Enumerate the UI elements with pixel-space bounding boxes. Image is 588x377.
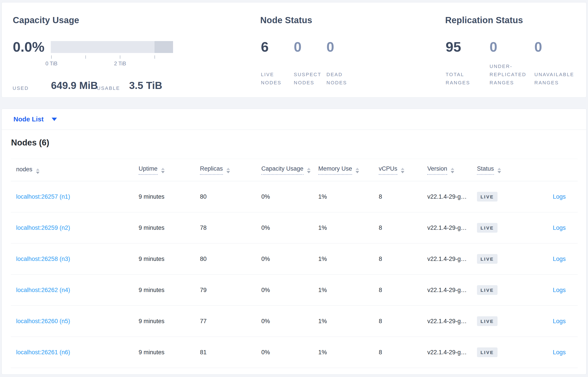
live-nodes-stat: 6 LIVE NODES <box>261 2 292 97</box>
column-header-replicas[interactable]: Replicas <box>200 159 261 181</box>
sort-icon[interactable] <box>497 168 501 173</box>
table-row: localhost:26259 (n2) 9 minutes 78 0% 1% … <box>11 212 578 244</box>
version-cell: v22.1.4-29-g… <box>427 244 477 275</box>
version-cell: v22.1.4-29-g… <box>427 337 477 368</box>
nodes-table: nodes Uptime Replicas Capacity Usage Mem… <box>11 159 578 368</box>
uptime-cell: 9 minutes <box>139 212 200 244</box>
status-badge: LIVE <box>477 316 497 326</box>
replicas-cell: 80 <box>200 181 261 212</box>
uptime-cell: 9 minutes <box>139 337 200 368</box>
unavailable-ranges-stat: 0 UNAVAILABLE RANGES <box>534 2 587 97</box>
dead-nodes-label: DEAD NODES <box>327 71 347 87</box>
memory-cell: 1% <box>318 212 379 244</box>
axis-tick-label: 0 TiB <box>46 60 58 67</box>
logs-link[interactable]: Logs <box>553 224 566 231</box>
replicas-cell: 80 <box>200 244 261 275</box>
sort-icon[interactable] <box>36 168 39 174</box>
replicas-cell: 77 <box>200 306 261 337</box>
node-link[interactable]: localhost:26262 (n4) <box>16 287 70 293</box>
vcpus-cell: 8 <box>379 181 427 212</box>
usable-value: 3.5 TiB <box>129 80 162 91</box>
column-header-memory-use[interactable]: Memory Use <box>318 159 379 181</box>
live-nodes-value: 6 <box>261 39 269 54</box>
total-ranges-stat: 95 TOTAL RANGES <box>446 2 486 97</box>
nodes-heading: Nodes (6) <box>11 138 49 147</box>
table-header-row: nodes Uptime Replicas Capacity Usage Mem… <box>11 159 578 181</box>
sort-icon[interactable] <box>307 168 311 173</box>
capacity-bar-reserved-segment <box>154 41 173 53</box>
usable-label: USABLE <box>97 85 120 91</box>
node-link[interactable]: localhost:26260 (n5) <box>16 318 70 324</box>
column-header-status[interactable]: Status <box>477 159 534 181</box>
version-cell: v22.1.4-29-g… <box>427 306 477 337</box>
column-header-uptime[interactable]: Uptime <box>139 159 200 181</box>
table-row: localhost:26258 (n3) 9 minutes 80 0% 1% … <box>11 244 578 275</box>
memory-cell: 1% <box>318 275 379 306</box>
view-selector-bar: Node List <box>2 109 586 130</box>
logs-link[interactable]: Logs <box>553 256 566 262</box>
node-link[interactable]: localhost:26257 (n1) <box>16 193 70 200</box>
column-header-nodes[interactable]: nodes <box>11 159 139 181</box>
caret-down-icon <box>52 118 57 121</box>
sort-icon[interactable] <box>161 168 165 173</box>
dead-nodes-stat: 0 DEAD NODES <box>327 2 362 97</box>
replicas-cell: 78 <box>200 212 261 244</box>
memory-cell: 1% <box>318 306 379 337</box>
node-list-card: Node List Nodes (6) nodes Uptime Replica… <box>1 109 587 375</box>
vcpus-cell: 8 <box>379 212 427 244</box>
node-link[interactable]: localhost:26258 (n3) <box>16 256 70 262</box>
memory-cell: 1% <box>318 244 379 275</box>
capacity-cell: 0% <box>261 337 318 368</box>
used-label: USED <box>12 85 29 91</box>
table-row: localhost:26261 (n6) 9 minutes 81 0% 1% … <box>11 337 578 368</box>
uptime-cell: 9 minutes <box>139 181 200 212</box>
unavailable-ranges-value: 0 <box>534 39 542 54</box>
logs-link[interactable]: Logs <box>553 193 566 200</box>
table-row: localhost:26262 (n4) 9 minutes 79 0% 1% … <box>11 275 578 306</box>
logs-link[interactable]: Logs <box>553 287 566 293</box>
node-list-dropdown-label: Node List <box>13 116 44 123</box>
node-link[interactable]: localhost:26259 (n2) <box>16 224 70 231</box>
suspect-nodes-value: 0 <box>294 39 302 54</box>
version-cell: v22.1.4-29-g… <box>427 275 477 306</box>
column-header-logs <box>534 159 578 181</box>
version-cell: v22.1.4-29-g… <box>427 181 477 212</box>
capacity-cell: 0% <box>261 306 318 337</box>
axis-tick <box>154 55 155 59</box>
axis-tick <box>51 55 52 59</box>
vcpus-cell: 8 <box>379 337 427 368</box>
uptime-cell: 9 minutes <box>139 275 200 306</box>
replicas-cell: 79 <box>200 275 261 306</box>
live-nodes-label: LIVE NODES <box>261 71 282 87</box>
suspect-nodes-label: SUSPECT NODES <box>294 71 321 87</box>
cluster-summary-card: Capacity Usage 0.0% 0 TiB 2 TiB USED 649… <box>1 2 587 98</box>
unavailable-ranges-label: UNAVAILABLE RANGES <box>534 71 574 87</box>
dead-nodes-value: 0 <box>327 39 334 54</box>
capacity-cell: 0% <box>261 181 318 212</box>
replicas-cell: 81 <box>200 337 261 368</box>
sort-icon[interactable] <box>226 168 230 173</box>
under-replicated-ranges-value: 0 <box>490 39 497 54</box>
logs-link[interactable]: Logs <box>553 318 566 324</box>
sort-icon[interactable] <box>356 168 359 173</box>
column-header-version[interactable]: Version <box>427 159 477 181</box>
sort-icon[interactable] <box>451 168 454 173</box>
total-ranges-label: TOTAL RANGES <box>446 71 470 87</box>
total-ranges-value: 95 <box>446 39 461 54</box>
capacity-bar <box>51 41 173 53</box>
table-row: localhost:26257 (n1) 9 minutes 80 0% 1% … <box>11 181 578 212</box>
logs-link[interactable]: Logs <box>553 349 566 356</box>
status-badge: LIVE <box>477 223 497 233</box>
column-header-vcpus[interactable]: vCPUs <box>379 159 427 181</box>
sort-icon[interactable] <box>401 168 404 173</box>
vcpus-cell: 8 <box>379 306 427 337</box>
status-badge: LIVE <box>477 285 497 295</box>
version-cell: v22.1.4-29-g… <box>427 212 477 244</box>
capacity-cell: 0% <box>261 212 318 244</box>
capacity-usage-title: Capacity Usage <box>13 15 79 25</box>
column-header-capacity-usage[interactable]: Capacity Usage <box>261 159 318 181</box>
node-list-dropdown[interactable]: Node List <box>13 116 57 123</box>
vcpus-cell: 8 <box>379 244 427 275</box>
node-link[interactable]: localhost:26261 (n6) <box>16 349 70 356</box>
under-replicated-ranges-label: UNDER- REPLICATED RANGES <box>490 62 526 87</box>
